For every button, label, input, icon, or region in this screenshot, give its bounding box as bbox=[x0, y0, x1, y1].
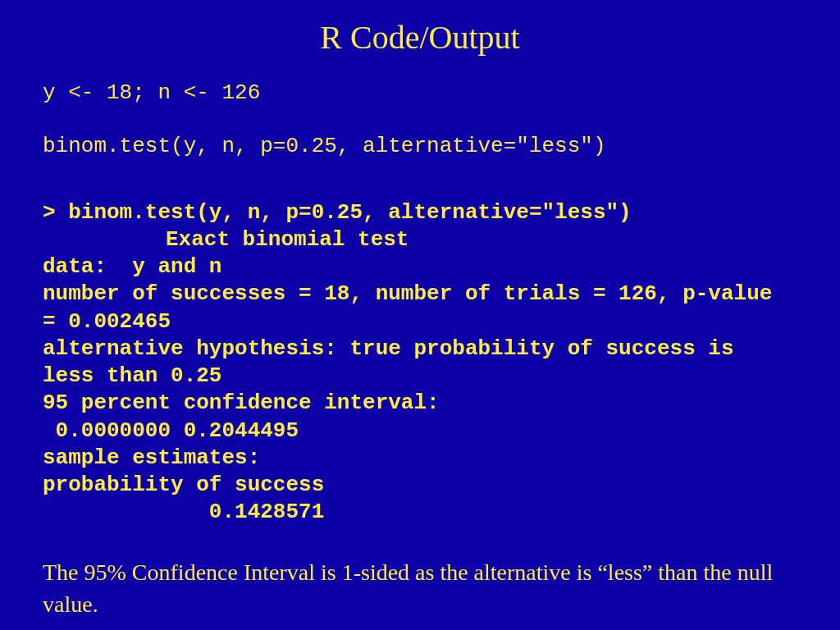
output-line: 0.0000000 0.2044495 bbox=[43, 418, 797, 445]
output-line: sample estimates: bbox=[43, 445, 797, 472]
code-block: y <- 18; n <- 126 binom.test(y, n, p=0.2… bbox=[43, 80, 797, 160]
output-line: Exact binomial test bbox=[43, 226, 797, 253]
output-line: > binom.test(y, n, p=0.25, alternative="… bbox=[43, 199, 797, 226]
slide-container: R Code/Output y <- 18; n <- 126 binom.te… bbox=[0, 0, 840, 630]
conclusion-text: The 95% Confidence Interval is 1-sided a… bbox=[43, 556, 797, 620]
slide-title: R Code/Output bbox=[43, 18, 797, 57]
output-line: probability of success bbox=[43, 472, 797, 499]
output-line: number of successes = 18, number of tria… bbox=[43, 281, 797, 336]
output-block: > binom.test(y, n, p=0.25, alternative="… bbox=[43, 199, 797, 527]
code-line: binom.test(y, n, p=0.25, alternative="le… bbox=[43, 133, 797, 160]
code-blank-line bbox=[43, 107, 797, 134]
output-line: 95 percent confidence interval: bbox=[43, 390, 797, 417]
output-line: data: y and n bbox=[43, 253, 797, 281]
output-line: alternative hypothesis: true probability… bbox=[43, 336, 797, 390]
output-line: 0.1428571 bbox=[43, 499, 797, 526]
code-line: y <- 18; n <- 126 bbox=[43, 80, 797, 107]
